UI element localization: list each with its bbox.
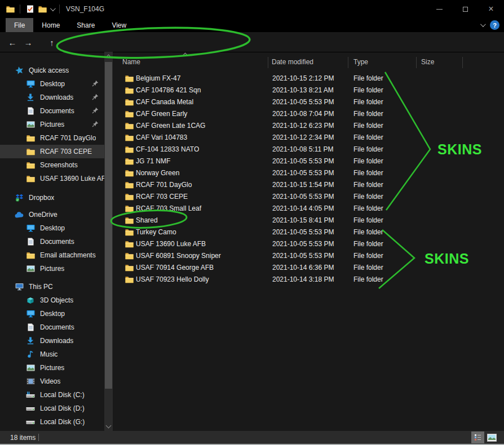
sidebar-item-documents[interactable]: Documents [0,104,104,118]
sidebar-item-pictures[interactable]: Pictures [0,118,104,131]
sidebar-item-desktop[interactable]: Desktop [0,77,104,91]
sidebar-group-this-pc[interactable]: This PC [0,280,104,293]
sidebar-item-downloads[interactable]: Downloads [0,91,104,104]
column-header-name[interactable]: Name [122,58,140,66]
column-header-type[interactable]: Type [353,58,368,66]
sidebar-item-music[interactable]: Music [0,348,104,361]
file-row[interactable]: Belgium FX-472021-10-15 2:12 PMFile fold… [113,73,504,84]
sidebar-item-rcaf-701-dayglo[interactable]: RCAF 701 DayGlo [0,131,104,145]
sidebar-item-documents[interactable]: Documents [0,321,104,334]
folder-icon [26,148,35,155]
file-date-modified: 2021-10-12 6:23 PM [272,122,334,130]
sidebar-item-pictures[interactable]: Pictures [0,361,104,375]
tab-share[interactable]: Share [68,18,103,32]
sidebar-item-local-disk-g-[interactable]: Local Disk (G:) [0,415,104,429]
file-row[interactable]: Shared2021-10-15 8:41 PMFile folder [113,215,504,226]
file-row[interactable]: Turkey Camo2021-10-05 5:53 PMFile folder [113,226,504,238]
thumbnail-view-button[interactable] [485,431,498,443]
sidebar-item-label: Documents [40,323,74,331]
sidebar-item-local-disk-d-[interactable]: Local Disk (D:) [0,402,104,415]
new-folder-button[interactable] [38,5,47,13]
file-row[interactable]: RCAF 703 CEPE2021-10-05 5:53 PMFile fold… [113,191,504,203]
sidebar-group-quick-access[interactable]: Quick access [0,64,104,77]
maximize-button[interactable] [452,0,478,18]
column-divider[interactable] [462,57,463,68]
file-row[interactable]: CAF Canada Metal2021-10-05 5:53 PMFile f… [113,96,504,108]
sidebar-item-documents[interactable]: Documents [0,235,104,248]
column-header-date-modified[interactable]: Date modified [272,58,313,66]
properties-button[interactable] [25,5,34,13]
sidebar-item-videos[interactable]: Videos [0,375,104,388]
sidebar-item-email-attachments[interactable]: Email attachments [0,248,104,262]
sidebar-item-screenshots[interactable]: Screenshots [0,158,104,172]
scroll-down-icon[interactable] [106,423,112,429]
sidebar-item-downloads[interactable]: Downloads [0,334,104,348]
file-date-modified: 2021-10-15 2:12 PM [272,74,334,82]
folder-icon [26,161,35,169]
file-row[interactable]: RCAF 701 DayGlo2021-10-15 1:54 PMFile fo… [113,179,504,191]
file-row[interactable]: CAF 104786 421 Sqn2021-10-13 8:21 AMFile… [113,84,504,96]
sidebar-item-label: Email attachments [40,251,96,259]
file-date-modified: 2021-10-05 5:53 PM [272,157,334,165]
file-row[interactable]: RCAF 703 Small Leaf2021-10-14 4:05 PMFil… [113,203,504,215]
file-type: File folder [353,228,383,236]
close-button[interactable]: × [478,0,504,18]
minimize-button[interactable] [426,0,452,18]
tab-file[interactable]: File [6,18,33,32]
back-button[interactable]: ← [6,35,19,49]
column-header-size[interactable]: Size [421,58,434,66]
file-row[interactable]: USAF 13690 Luke AFB2021-10-05 5:53 PMFil… [113,238,504,250]
sidebar-item-3d-objects[interactable]: 3D Objects [0,293,104,307]
sidebar-item-usaf-13690-luke-afb[interactable]: USAF 13690 Luke AFB [0,172,104,185]
expand-ribbon-chevron-icon[interactable] [480,21,486,27]
forward-button[interactable]: → [21,35,35,49]
sidebar-item-label: Documents [40,107,74,115]
file-name: Shared [136,216,158,224]
pin-icon [92,107,99,115]
tab-home[interactable]: Home [33,18,68,32]
column-headers: NameDate modifiedTypeSize [113,56,504,69]
sidebar-item-desktop[interactable]: Desktop [0,221,104,235]
file-row[interactable]: Norway Green2021-10-05 5:53 PMFile folde… [113,167,504,179]
file-name: RCAF 701 DayGlo [136,181,192,189]
sidebar-group-label: OneDrive [29,211,58,219]
file-type: File folder [353,275,383,283]
thumbnail-view-icon [487,434,497,442]
column-divider[interactable] [348,57,348,68]
file-row[interactable]: CAF Green Early2021-10-08 7:04 PMFile fo… [113,108,504,120]
sidebar-item-label: Downloads [40,94,73,101]
file-row[interactable]: USAF 70914 George AFB2021-10-14 6:36 PMF… [113,262,504,274]
sidebar-group-onedrive[interactable]: OneDrive [0,208,104,221]
sidebar-item-rcaf-703-cepe[interactable]: RCAF 703 CEPE [0,145,104,158]
folder-icon [125,157,134,165]
details-view-button[interactable] [471,431,484,443]
sidebar-scrollbar[interactable] [104,52,113,431]
column-divider[interactable] [416,57,417,68]
file-row[interactable]: CAF Green Late 1CAG2021-10-12 6:23 PMFil… [113,120,504,132]
up-button[interactable]: ↑ [45,35,59,49]
sidebar-item-label: Pictures [40,364,64,372]
file-row[interactable]: USAF 60891 Snoopy Sniper2021-10-05 5:53 … [113,250,504,262]
column-divider[interactable] [268,57,268,68]
file-type: File folder [353,240,383,248]
file-row[interactable]: JG 71 NMF2021-10-05 5:53 PMFile folder [113,155,504,167]
file-name: USAF 13690 Luke AFB [136,240,206,248]
file-name: CF-104 12833 NATO [136,145,199,153]
scroll-up-icon[interactable] [106,55,112,60]
status-bar: 18 items [0,431,504,445]
sidebar-item-local-disk-c-[interactable]: Local Disk (C:) [0,388,104,402]
file-row[interactable]: CAF Vari 1047832021-10-12 2:34 PMFile fo… [113,132,504,144]
sidebar-item-label: RCAF 703 CEPE [40,148,92,155]
file-name: Belgium FX-47 [136,74,180,82]
quick-access-toolbar [0,5,61,14]
scrollbar-thumb[interactable] [105,62,112,389]
file-row[interactable]: CF-104 12833 NATO2021-10-08 5:11 PMFile … [113,144,504,155]
help-button[interactable]: ? [490,20,499,30]
sidebar-group-dropbox[interactable]: Dropbox [0,191,104,204]
file-row[interactable]: USAF 70923 Hello Dolly2021-10-14 3:18 PM… [113,274,504,286]
file-type: File folder [353,252,383,260]
customize-toolbar-chevron-icon[interactable] [50,6,56,11]
sidebar-item-desktop[interactable]: Desktop [0,307,104,321]
tab-view[interactable]: View [103,18,135,32]
sidebar-item-pictures[interactable]: Pictures [0,262,104,275]
